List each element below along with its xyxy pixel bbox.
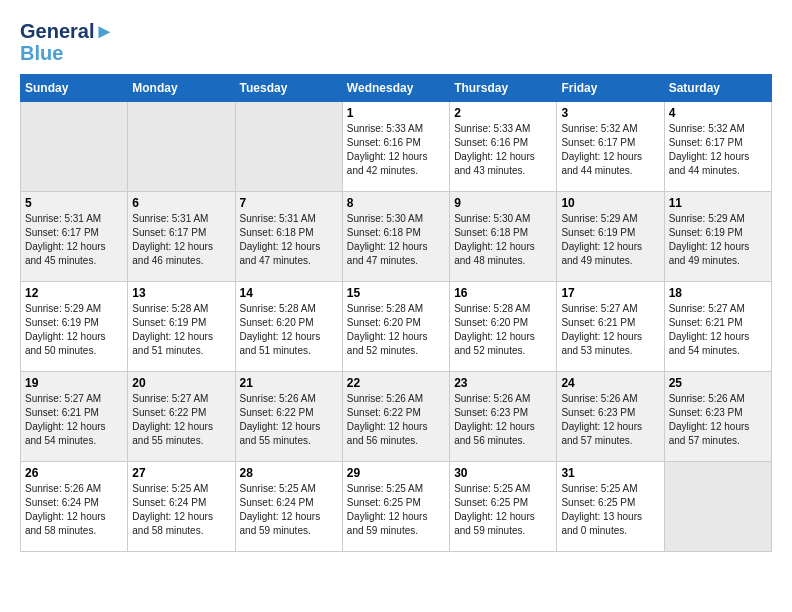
day-cell: 15Sunrise: 5:28 AM Sunset: 6:20 PM Dayli… [342,282,449,372]
day-cell: 31Sunrise: 5:25 AM Sunset: 6:25 PM Dayli… [557,462,664,552]
day-cell: 6Sunrise: 5:31 AM Sunset: 6:17 PM Daylig… [128,192,235,282]
day-info: Sunrise: 5:27 AM Sunset: 6:21 PM Dayligh… [669,302,767,358]
day-number: 15 [347,286,445,300]
day-header-saturday: Saturday [664,75,771,102]
day-number: 6 [132,196,230,210]
day-header-tuesday: Tuesday [235,75,342,102]
day-info: Sunrise: 5:33 AM Sunset: 6:16 PM Dayligh… [347,122,445,178]
day-cell: 21Sunrise: 5:26 AM Sunset: 6:22 PM Dayli… [235,372,342,462]
day-info: Sunrise: 5:29 AM Sunset: 6:19 PM Dayligh… [561,212,659,268]
day-number: 1 [347,106,445,120]
day-header-friday: Friday [557,75,664,102]
day-cell [235,102,342,192]
day-cell: 19Sunrise: 5:27 AM Sunset: 6:21 PM Dayli… [21,372,128,462]
day-info: Sunrise: 5:28 AM Sunset: 6:20 PM Dayligh… [454,302,552,358]
week-row-4: 19Sunrise: 5:27 AM Sunset: 6:21 PM Dayli… [21,372,772,462]
day-cell: 5Sunrise: 5:31 AM Sunset: 6:17 PM Daylig… [21,192,128,282]
day-cell: 25Sunrise: 5:26 AM Sunset: 6:23 PM Dayli… [664,372,771,462]
day-cell: 27Sunrise: 5:25 AM Sunset: 6:24 PM Dayli… [128,462,235,552]
day-info: Sunrise: 5:32 AM Sunset: 6:17 PM Dayligh… [561,122,659,178]
day-info: Sunrise: 5:26 AM Sunset: 6:23 PM Dayligh… [669,392,767,448]
day-cell: 23Sunrise: 5:26 AM Sunset: 6:23 PM Dayli… [450,372,557,462]
day-cell: 29Sunrise: 5:25 AM Sunset: 6:25 PM Dayli… [342,462,449,552]
day-cell: 20Sunrise: 5:27 AM Sunset: 6:22 PM Dayli… [128,372,235,462]
day-info: Sunrise: 5:29 AM Sunset: 6:19 PM Dayligh… [669,212,767,268]
day-cell: 17Sunrise: 5:27 AM Sunset: 6:21 PM Dayli… [557,282,664,372]
day-info: Sunrise: 5:26 AM Sunset: 6:23 PM Dayligh… [561,392,659,448]
day-cell: 28Sunrise: 5:25 AM Sunset: 6:24 PM Dayli… [235,462,342,552]
logo-line1: General► [20,20,114,42]
day-cell [664,462,771,552]
day-number: 24 [561,376,659,390]
day-number: 30 [454,466,552,480]
day-number: 2 [454,106,552,120]
day-info: Sunrise: 5:31 AM Sunset: 6:18 PM Dayligh… [240,212,338,268]
day-number: 19 [25,376,123,390]
day-info: Sunrise: 5:32 AM Sunset: 6:17 PM Dayligh… [669,122,767,178]
day-cell: 22Sunrise: 5:26 AM Sunset: 6:22 PM Dayli… [342,372,449,462]
day-number: 3 [561,106,659,120]
day-cell: 9Sunrise: 5:30 AM Sunset: 6:18 PM Daylig… [450,192,557,282]
day-cell: 14Sunrise: 5:28 AM Sunset: 6:20 PM Dayli… [235,282,342,372]
day-cell: 16Sunrise: 5:28 AM Sunset: 6:20 PM Dayli… [450,282,557,372]
week-row-2: 5Sunrise: 5:31 AM Sunset: 6:17 PM Daylig… [21,192,772,282]
day-number: 8 [347,196,445,210]
day-cell: 18Sunrise: 5:27 AM Sunset: 6:21 PM Dayli… [664,282,771,372]
day-number: 23 [454,376,552,390]
day-cell: 8Sunrise: 5:30 AM Sunset: 6:18 PM Daylig… [342,192,449,282]
day-info: Sunrise: 5:25 AM Sunset: 6:24 PM Dayligh… [132,482,230,538]
day-number: 18 [669,286,767,300]
day-cell: 24Sunrise: 5:26 AM Sunset: 6:23 PM Dayli… [557,372,664,462]
day-cell: 13Sunrise: 5:28 AM Sunset: 6:19 PM Dayli… [128,282,235,372]
day-info: Sunrise: 5:25 AM Sunset: 6:25 PM Dayligh… [347,482,445,538]
day-info: Sunrise: 5:28 AM Sunset: 6:20 PM Dayligh… [240,302,338,358]
day-cell [128,102,235,192]
day-info: Sunrise: 5:30 AM Sunset: 6:18 PM Dayligh… [347,212,445,268]
day-info: Sunrise: 5:25 AM Sunset: 6:25 PM Dayligh… [454,482,552,538]
day-info: Sunrise: 5:33 AM Sunset: 6:16 PM Dayligh… [454,122,552,178]
day-number: 4 [669,106,767,120]
day-header-monday: Monday [128,75,235,102]
day-info: Sunrise: 5:30 AM Sunset: 6:18 PM Dayligh… [454,212,552,268]
day-number: 17 [561,286,659,300]
day-info: Sunrise: 5:31 AM Sunset: 6:17 PM Dayligh… [25,212,123,268]
days-header-row: SundayMondayTuesdayWednesdayThursdayFrid… [21,75,772,102]
day-number: 31 [561,466,659,480]
day-cell: 10Sunrise: 5:29 AM Sunset: 6:19 PM Dayli… [557,192,664,282]
day-cell: 30Sunrise: 5:25 AM Sunset: 6:25 PM Dayli… [450,462,557,552]
day-cell: 2Sunrise: 5:33 AM Sunset: 6:16 PM Daylig… [450,102,557,192]
day-number: 14 [240,286,338,300]
day-info: Sunrise: 5:26 AM Sunset: 6:22 PM Dayligh… [240,392,338,448]
day-info: Sunrise: 5:27 AM Sunset: 6:21 PM Dayligh… [561,302,659,358]
day-number: 11 [669,196,767,210]
day-info: Sunrise: 5:28 AM Sunset: 6:19 PM Dayligh… [132,302,230,358]
day-info: Sunrise: 5:27 AM Sunset: 6:21 PM Dayligh… [25,392,123,448]
day-cell: 11Sunrise: 5:29 AM Sunset: 6:19 PM Dayli… [664,192,771,282]
day-number: 25 [669,376,767,390]
page-header: General► Blue [20,20,772,64]
day-number: 5 [25,196,123,210]
day-number: 10 [561,196,659,210]
day-number: 12 [25,286,123,300]
day-cell: 1Sunrise: 5:33 AM Sunset: 6:16 PM Daylig… [342,102,449,192]
day-info: Sunrise: 5:29 AM Sunset: 6:19 PM Dayligh… [25,302,123,358]
day-header-wednesday: Wednesday [342,75,449,102]
logo-line2: Blue [20,42,114,64]
day-number: 20 [132,376,230,390]
calendar-table: SundayMondayTuesdayWednesdayThursdayFrid… [20,74,772,552]
day-number: 27 [132,466,230,480]
day-cell: 7Sunrise: 5:31 AM Sunset: 6:18 PM Daylig… [235,192,342,282]
day-cell: 26Sunrise: 5:26 AM Sunset: 6:24 PM Dayli… [21,462,128,552]
day-cell: 4Sunrise: 5:32 AM Sunset: 6:17 PM Daylig… [664,102,771,192]
day-info: Sunrise: 5:31 AM Sunset: 6:17 PM Dayligh… [132,212,230,268]
day-cell [21,102,128,192]
day-info: Sunrise: 5:28 AM Sunset: 6:20 PM Dayligh… [347,302,445,358]
week-row-5: 26Sunrise: 5:26 AM Sunset: 6:24 PM Dayli… [21,462,772,552]
day-info: Sunrise: 5:26 AM Sunset: 6:22 PM Dayligh… [347,392,445,448]
day-number: 13 [132,286,230,300]
logo: General► Blue [20,20,114,64]
day-number: 9 [454,196,552,210]
day-info: Sunrise: 5:26 AM Sunset: 6:23 PM Dayligh… [454,392,552,448]
day-number: 22 [347,376,445,390]
day-info: Sunrise: 5:27 AM Sunset: 6:22 PM Dayligh… [132,392,230,448]
